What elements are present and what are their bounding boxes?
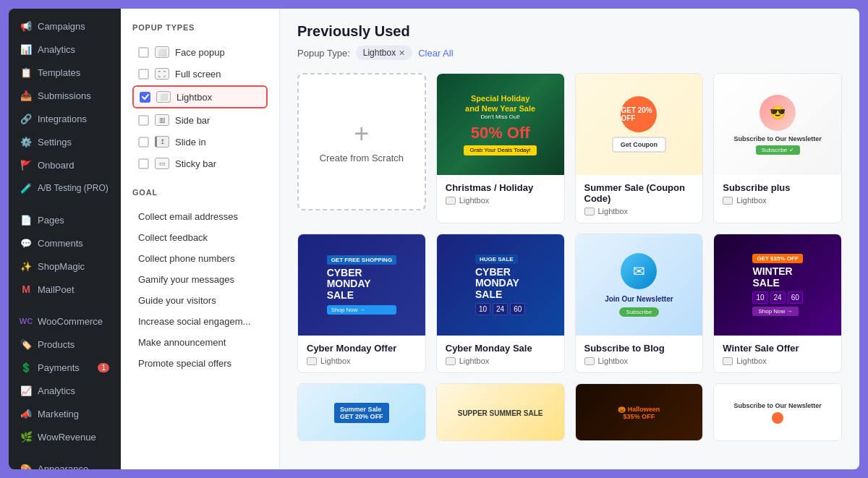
link-icon: 🔗 — [20, 113, 32, 124]
goal-social[interactable]: Increase social engagem... — [132, 312, 268, 331]
template-card-cyber1[interactable]: GET FREE SHOPPING CYBERMONDAYSALE Shop N… — [297, 234, 426, 373]
slidein-icon: ↥ — [155, 136, 169, 148]
chart-icon: 📊 — [20, 43, 32, 55]
template-card-bt4[interactable]: Subscribe to Our Newsletter — [713, 383, 842, 441]
sidebar-item-settings[interactable]: ⚙️ Settings — [12, 131, 118, 153]
sidebar-item-analytics[interactable]: 📊 Analytics — [12, 38, 118, 60]
fullscreen-icon: ⛶ — [155, 68, 169, 80]
page-icon: 📄 — [20, 214, 32, 226]
fullscreen-checkbox[interactable] — [138, 69, 149, 80]
goal-phone[interactable]: Collect phone numbers — [132, 249, 268, 268]
sidebar: 📢 Campaigns 📊 Analytics 📋 Templates 📥 Su… — [9, 9, 121, 469]
sidebar-checkbox[interactable] — [138, 115, 149, 126]
goal-section: GOAL Collect email addresses Collect fee… — [132, 188, 268, 373]
sidebar-item-payments[interactable]: 💲 Payments 1 — [12, 357, 118, 378]
stickybar-checkbox[interactable] — [138, 158, 149, 169]
sidebar-item-comments[interactable]: 💬 Comments — [12, 232, 118, 254]
create-scratch-label: Create from Scratch — [320, 153, 404, 163]
sidebar-item-templates[interactable]: 📋 Templates — [12, 61, 118, 83]
template-card-bt3[interactable]: 🎃 Halloween$35% OFF — [575, 383, 704, 441]
template-type-summer: Lightbox — [584, 207, 694, 215]
sidebar-item-mailpoet[interactable]: M MailPoet — [12, 278, 118, 300]
lightbox-type-icon-5 — [446, 357, 456, 365]
sidebar-item-wowrevenue[interactable]: 🌿 WowRevenue — [12, 426, 118, 448]
lightbox-type-icon — [446, 197, 456, 205]
template-preview-cyber2: HUGE SALE CYBERMONDAYSALE 10 24 60 — [437, 234, 564, 336]
revenue-icon: 🌿 — [20, 431, 32, 443]
create-from-scratch-card[interactable]: + Create from Scratch — [297, 73, 426, 210]
template-type-subscribeblog: Lightbox — [584, 357, 694, 365]
template-preview-christmas: Special Holiday and New Year Sale Don't … — [437, 74, 564, 175]
sidebar-item-submissions[interactable]: 📥 Submissions — [12, 85, 118, 106]
filter-sidebar[interactable]: ▥ Side bar — [132, 110, 268, 130]
brush-icon: 🎨 — [20, 463, 32, 469]
goal-gamify[interactable]: Gamify your messages — [132, 270, 268, 289]
lightbox-checkbox[interactable] — [140, 92, 150, 103]
sidebar-item-integrations[interactable]: 🔗 Integrations — [12, 108, 118, 129]
goal-guide[interactable]: Guide your visitors — [132, 291, 268, 310]
slidein-checkbox[interactable] — [138, 137, 149, 148]
template-preview-subscribeplus: 😎 Subscribe to Our Newsletter Subscribe … — [714, 74, 841, 175]
template-info-subscribeplus: Subscribe plus Lightbox — [714, 175, 841, 212]
template-card-christmas[interactable]: Special Holiday and New Year Sale Don't … — [436, 73, 565, 223]
template-info-winter: Winter Sale Offer Lightbox — [714, 336, 841, 372]
template-name-summer: Summer Sale (Coupon Code) — [584, 182, 694, 204]
sidebar-item-products[interactable]: 🏷️ Products — [12, 333, 118, 355]
sidebar-item-shopmagic[interactable]: ✨ ShopMagic — [12, 255, 118, 277]
template-name-cyber2: Cyber Monday Sale — [446, 343, 556, 354]
sidebar-item-appearance[interactable]: 🎨 Appearance — [12, 458, 118, 469]
template-name-cyber1: Cyber Monday Offer — [307, 343, 417, 354]
woo-icon: WC — [20, 315, 32, 327]
dollar-icon: 💲 — [20, 362, 32, 373]
right-panel: Previously Used Popup Type: Lightbox ✕ C… — [280, 9, 859, 469]
inbox-icon: 📥 — [20, 90, 32, 101]
filter-panel: POPUP TYPES ⬜ Face popup ⛶ Full screen — [121, 9, 280, 469]
page-title: Previously Used — [297, 23, 842, 40]
template-preview-cyber1: GET FREE SHOPPING CYBERMONDAYSALE Shop N… — [298, 234, 425, 336]
lightbox-type-icon-6 — [584, 357, 595, 365]
template-info-cyber2: Cyber Monday Sale Lightbox — [437, 336, 564, 372]
main-content: POPUP TYPES ⬜ Face popup ⛶ Full screen — [121, 9, 859, 469]
template-info-summer: Summer Sale (Coupon Code) Lightbox — [576, 175, 703, 223]
face-popup-checkbox[interactable] — [138, 47, 149, 58]
filter-face-popup[interactable]: ⬜ Face popup — [132, 42, 268, 62]
tag-close-icon[interactable]: ✕ — [399, 48, 405, 58]
sidebar-item-onboard[interactable]: 🚩 Onboard — [12, 154, 118, 176]
template-type-winter: Lightbox — [723, 357, 833, 365]
template-card-bt2[interactable]: SUPPER SUMMER SALE — [436, 383, 565, 441]
sidebar-item-campaigns[interactable]: 📢 Campaigns — [12, 15, 118, 37]
sidebar-item-analytics2[interactable]: 📈 Analytics — [12, 380, 118, 401]
sidebar-item-pages[interactable]: 📄 Pages — [12, 209, 118, 231]
template-type-cyber2: Lightbox — [446, 357, 556, 365]
goal-email[interactable]: Collect email addresses — [132, 207, 268, 226]
bar-icon: 📈 — [20, 385, 32, 396]
sidebar-item-woocommerce[interactable]: WC WooCommerce — [12, 310, 118, 332]
template-card-cyber2[interactable]: HUGE SALE CYBERMONDAYSALE 10 24 60 Cyber… — [436, 234, 565, 373]
sidebar-item-marketing[interactable]: 📣 Marketing — [12, 403, 118, 424]
filter-stickybar[interactable]: ▭ Sticky bar — [132, 153, 268, 174]
goal-announce[interactable]: Make announcement — [132, 333, 268, 352]
template-card-subscribeblog[interactable]: ✉ Join Our Newsletter Subscribe Subscrib… — [575, 234, 704, 373]
template-card-subscribeplus[interactable]: 😎 Subscribe to Our Newsletter Subscribe … — [713, 73, 842, 223]
template-preview-summer: GET 20% OFF Get Coupon — [576, 74, 703, 175]
filter-fullscreen[interactable]: ⛶ Full screen — [132, 64, 268, 84]
template-name-subscribeblog: Subscribe to Blog — [584, 343, 694, 354]
beaker-icon: 🧪 — [20, 182, 32, 194]
plus-icon: + — [354, 121, 369, 147]
clear-all-link[interactable]: Clear All — [418, 48, 453, 59]
filter-lightbox[interactable]: ⬜ Lightbox — [132, 85, 268, 108]
goal-promote[interactable]: Promote special offers — [132, 354, 268, 373]
template-card-winter[interactable]: GET $35% OFF WINTERSALE 10 24 60 Shop No… — [713, 234, 842, 373]
sidebar-item-abtesting[interactable]: 🧪 A/B Testing (PRO) — [12, 177, 118, 199]
goal-feedback[interactable]: Collect feedback — [132, 228, 268, 247]
sidebar-filter-icon: ▥ — [155, 114, 169, 126]
popup-type-tag: Lightbox ✕ — [356, 46, 412, 60]
filter-slidein[interactable]: ↥ Slide in — [132, 132, 268, 152]
template-card-bt1[interactable]: Summer SaleGET 20% OFF — [297, 383, 426, 441]
mail-icon: M — [20, 283, 32, 295]
template-card-summer[interactable]: GET 20% OFF Get Coupon Summer Sale (Coup… — [575, 73, 704, 223]
face-popup-icon: ⬜ — [155, 46, 169, 58]
goal-title: GOAL — [132, 188, 268, 197]
checkmark-icon — [142, 94, 149, 100]
megaphone-icon: 📢 — [20, 20, 32, 32]
